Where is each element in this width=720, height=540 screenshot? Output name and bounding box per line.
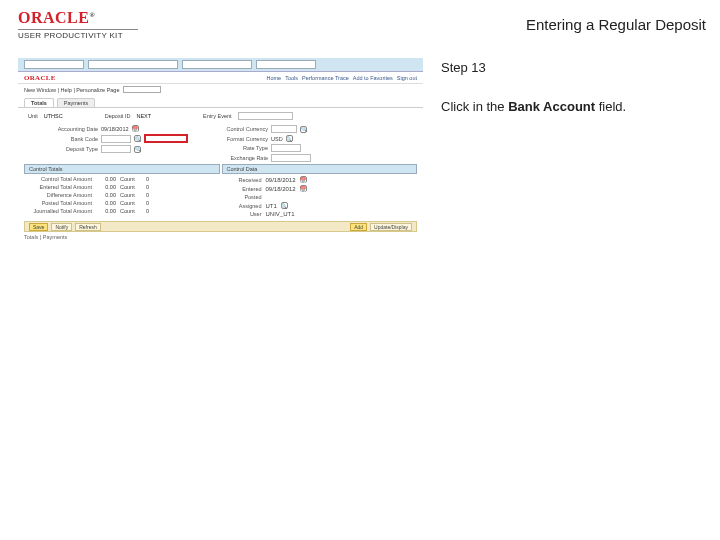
link-signout[interactable]: Sign out [397, 75, 417, 81]
ctl-amount: 0.00 [96, 192, 116, 198]
breadcrumb-field[interactable] [88, 60, 178, 69]
section-control-data: Control Data [222, 164, 418, 174]
ctl-label: Difference Amount [24, 192, 92, 198]
ctl-amount: 0.00 [96, 208, 116, 214]
page-title: Entering a Regular Deposit [526, 16, 706, 33]
ctl-label: Entered Total Amount [24, 184, 92, 190]
ctl-count-label: Count [120, 176, 142, 182]
instruction-bold: Bank Account [508, 99, 595, 114]
instruction-text: Click in the Bank Account field. [441, 99, 701, 116]
deposit-type-input[interactable] [101, 145, 131, 153]
brand-tm: ® [89, 11, 95, 19]
instruction-panel: Step 13 Click in the Bank Account field. [441, 58, 701, 258]
footer-tabs-text[interactable]: Totals | Payments [18, 232, 423, 240]
save-button[interactable]: Save [29, 223, 48, 231]
brand-divider [18, 29, 138, 30]
entered-value: 09/18/2012 [266, 186, 296, 192]
received-value: 09/18/2012 [266, 177, 296, 183]
received-label: Received [222, 177, 262, 183]
accounting-date-label: Accounting Date [38, 126, 98, 132]
ctl-count-label: Count [120, 208, 142, 214]
app-screenshot: ORACLE Home Tools Performance Trace Add … [18, 58, 423, 258]
app-top-links: Home Tools Performance Trace Add to Favo… [266, 75, 417, 81]
bank-account-field[interactable] [144, 134, 188, 143]
link-tools[interactable]: Tools [285, 75, 298, 81]
update-display-button[interactable]: Update/Display [370, 223, 412, 231]
app-topbar [18, 58, 423, 72]
user-value: UNIV_UT1 [266, 211, 295, 217]
tab-totals[interactable]: Totals [24, 98, 54, 107]
instruction-pre: Click in the [441, 99, 508, 114]
accounting-date-value: 09/18/2012 [101, 126, 129, 132]
calendar-icon[interactable]: 📅 [300, 185, 307, 192]
rate-type-input[interactable] [271, 144, 301, 152]
lookup-icon[interactable]: 🔍 [281, 202, 288, 209]
bank-code-input[interactable] [101, 135, 131, 143]
breadcrumb-field[interactable] [24, 60, 84, 69]
ctl-count: 0 [146, 208, 156, 214]
assigned-label: Assigned [222, 203, 262, 209]
entered-label: Entered [222, 186, 262, 192]
ctl-amount: 0.00 [96, 176, 116, 182]
lookup-icon[interactable]: 🔍 [134, 135, 141, 142]
ctl-label: Control Total Amount [24, 176, 92, 182]
unit-label: Unit [28, 113, 38, 119]
ctl-count-label: Count [120, 184, 142, 190]
ctl-count: 0 [146, 192, 156, 198]
ctl-label: Journalled Total Amount [24, 208, 92, 214]
deposit-id-label: Deposit ID [105, 113, 131, 119]
add-button[interactable]: Add [350, 223, 367, 231]
ctl-count: 0 [146, 200, 156, 206]
link-add-fav[interactable]: Add to Favorites [353, 75, 393, 81]
posted-label: Posted [222, 194, 262, 200]
ctl-count: 0 [146, 176, 156, 182]
link-home[interactable]: Home [266, 75, 281, 81]
unit-value: UTHSC [44, 113, 63, 119]
ctl-amount: 0.00 [96, 184, 116, 190]
calendar-icon[interactable]: 📅 [300, 176, 307, 183]
lookup-icon[interactable]: 🔍 [286, 135, 293, 142]
format-currency-label: Format Currency [208, 136, 268, 142]
entry-event-input[interactable] [238, 112, 293, 120]
breadcrumb-field[interactable] [182, 60, 252, 69]
entry-event-label: Entry Event [203, 113, 231, 119]
app-oracle-logo: ORACLE [24, 74, 56, 82]
exchange-rate-input[interactable] [271, 154, 311, 162]
ctl-amount: 0.00 [96, 200, 116, 206]
section-control-totals: Control Totals [24, 164, 220, 174]
breadcrumb-field[interactable] [256, 60, 316, 69]
control-currency-label: Control Currency [208, 126, 268, 132]
link-perf-trace[interactable]: Performance Trace [302, 75, 349, 81]
ctl-count-label: Count [120, 192, 142, 198]
lookup-icon[interactable]: 🔍 [134, 146, 141, 153]
notify-button[interactable]: Notify [51, 223, 72, 231]
oracle-logo: ORACLE® [18, 10, 138, 26]
control-currency-input[interactable] [271, 125, 297, 133]
user-label: User [222, 211, 262, 217]
instruction-post: field. [595, 99, 626, 114]
calendar-icon[interactable]: 📅 [132, 125, 139, 132]
ctl-label: Posted Total Amount [24, 200, 92, 206]
exchange-rate-label: Exchange Rate [208, 155, 268, 161]
assigned-value: UT1 [266, 203, 277, 209]
brand-logo-text: ORACLE [18, 9, 89, 26]
refresh-button[interactable]: Refresh [75, 223, 101, 231]
brand-block: ORACLE® USER PRODUCTIVITY KIT [18, 10, 138, 40]
ctl-count-label: Count [120, 200, 142, 206]
search-input[interactable] [123, 86, 161, 93]
window-help-links[interactable]: New Window | Help | Personalize Page [24, 87, 120, 93]
bank-code-label: Bank Code [38, 136, 98, 142]
deposit-id-value: NEXT [136, 113, 151, 119]
ctl-count: 0 [146, 184, 156, 190]
deposit-type-label: Deposit Type [38, 146, 98, 152]
step-number: Step 13 [441, 60, 701, 75]
brand-subtitle: USER PRODUCTIVITY KIT [18, 32, 138, 40]
format-currency-value: USD [271, 136, 283, 142]
rate-type-label: Rate Type [208, 145, 268, 151]
lookup-icon[interactable]: 🔍 [300, 126, 307, 133]
tab-payments[interactable]: Payments [57, 98, 95, 107]
